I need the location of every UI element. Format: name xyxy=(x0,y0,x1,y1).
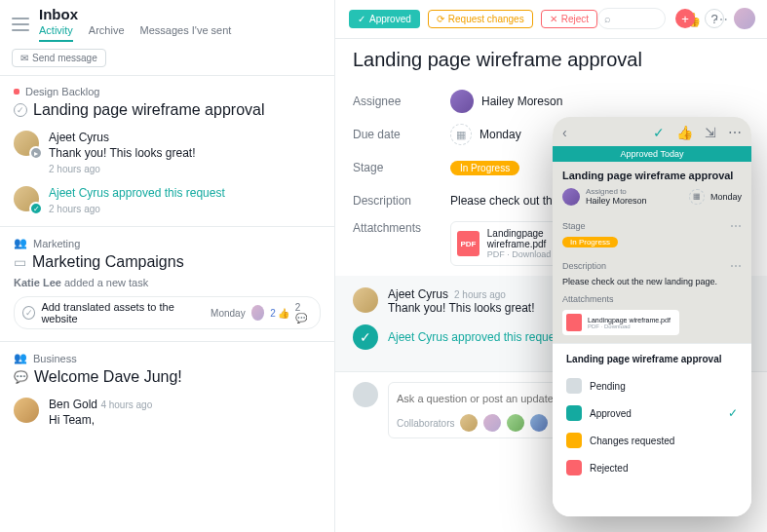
back-icon[interactable]: ‹ xyxy=(562,125,567,140)
status-color-icon xyxy=(566,378,582,394)
status-color-icon xyxy=(566,460,582,475)
avatar xyxy=(14,398,39,423)
help-icon[interactable]: ? xyxy=(705,9,724,28)
status-badge-icon: ▸ xyxy=(29,146,43,160)
reject-button[interactable]: ✕ Reject xyxy=(541,10,597,28)
status-banner: Approved Today xyxy=(553,146,751,162)
status-picker-sheet: Landing page wireframe approval PendingA… xyxy=(553,343,751,516)
status-color-icon xyxy=(566,433,582,448)
inbox-item[interactable]: 👥Business 💬Welcome Dave Jung! Ben Gold 4… xyxy=(0,342,334,438)
more-icon[interactable]: ⋯ xyxy=(730,219,742,233)
status-option[interactable]: Approved✓ xyxy=(566,399,738,427)
conversation-icon: 💬 xyxy=(14,370,28,384)
avatar[interactable] xyxy=(507,414,524,432)
avatar xyxy=(353,287,378,313)
avatar xyxy=(251,305,265,321)
task-complete-icon[interactable]: ✓ xyxy=(22,306,35,320)
approved-badge-icon: ✓ xyxy=(29,202,43,215)
tab-activity[interactable]: Activity xyxy=(39,24,73,42)
avatar[interactable] xyxy=(530,414,548,432)
calendar-icon: ▦ xyxy=(689,189,705,205)
attachment-chip[interactable]: Landingpage wireframe.pdfPDF · Download xyxy=(562,310,679,335)
pdf-icon: PDF xyxy=(457,231,479,256)
project-icon: ▭ xyxy=(14,254,26,270)
task-title: Landing page wireframe approval xyxy=(562,162,742,187)
status-option[interactable]: Rejected xyxy=(566,454,738,481)
stage-badge[interactable]: In Progress xyxy=(450,161,519,175)
avatar: ▸ xyxy=(14,131,39,156)
search-icon: ⌕ xyxy=(604,13,611,24)
more-icon[interactable]: ⋯ xyxy=(730,259,742,273)
avatar: ✓ xyxy=(14,186,39,211)
like-count[interactable]: 2 👍 xyxy=(270,308,289,319)
project-color-dot xyxy=(14,89,19,95)
subtask-icon[interactable]: ⇲ xyxy=(705,125,716,140)
status-option[interactable]: Changes requested xyxy=(566,427,738,454)
status-option[interactable]: Pending xyxy=(566,372,738,399)
assignee-field[interactable]: Hailey Moreson xyxy=(450,90,562,113)
inbox-item[interactable]: Design Backlog ✓Landing page wireframe a… xyxy=(0,76,334,227)
check-icon[interactable]: ✓ xyxy=(653,125,665,140)
task-chip[interactable]: ✓ Add translated assets to the website M… xyxy=(14,296,321,329)
status-color-icon xyxy=(566,405,582,421)
avatar xyxy=(353,382,378,407)
inbox-item[interactable]: 👥Marketing ▭Marketing Campaigns Katie Le… xyxy=(0,227,334,342)
avatar[interactable] xyxy=(460,414,478,432)
team-icon: 👥 xyxy=(14,352,27,364)
request-changes-button[interactable]: ⟳ Request changes xyxy=(428,10,533,28)
user-avatar[interactable] xyxy=(734,8,755,29)
team-icon: 👥 xyxy=(14,237,27,249)
comment-count[interactable]: 2 💬 xyxy=(295,302,312,323)
pdf-icon xyxy=(566,314,582,331)
due-date-field[interactable]: ▦Monday xyxy=(450,124,521,145)
page-title: Inbox xyxy=(39,6,323,22)
mobile-preview: ‹ ✓ 👍 ⇲ ⋯ Approved Today Landing page wi… xyxy=(553,117,751,516)
avatar xyxy=(562,188,580,206)
send-message-button[interactable]: ✉ Send message xyxy=(12,49,106,67)
create-button[interactable]: + xyxy=(675,9,695,28)
search-input[interactable]: ⌕ xyxy=(597,8,666,29)
calendar-icon: ▦ xyxy=(450,124,472,145)
avatar[interactable] xyxy=(483,414,501,432)
tab-messages-sent[interactable]: Messages I've sent xyxy=(140,24,232,42)
approved-button[interactable]: ✓ Approved xyxy=(349,10,420,28)
task-title: Landing page wireframe approval xyxy=(335,39,767,85)
approved-icon: ✓ xyxy=(353,324,378,350)
menu-icon[interactable] xyxy=(12,18,29,31)
inbox-panel: Inbox Activity Archive Messages I've sen… xyxy=(0,0,335,532)
like-icon[interactable]: 👍 xyxy=(676,125,693,140)
check-icon: ✓ xyxy=(728,406,738,420)
avatar xyxy=(450,90,474,113)
stage-badge[interactable]: In Progress xyxy=(562,237,618,247)
tab-archive[interactable]: Archive xyxy=(89,24,125,42)
more-icon[interactable]: ⋯ xyxy=(728,125,742,140)
task-complete-icon[interactable]: ✓ xyxy=(14,103,27,117)
